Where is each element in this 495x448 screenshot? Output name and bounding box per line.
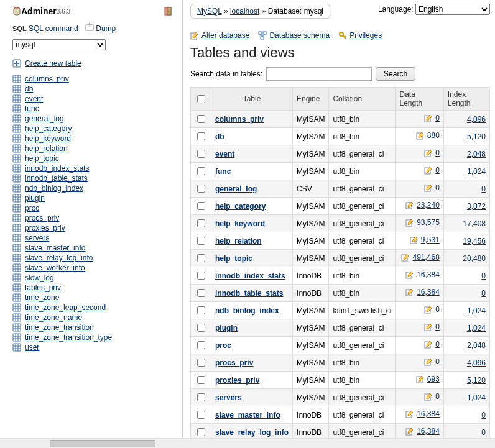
table-link[interactable]: procs_priv xyxy=(215,359,253,367)
row-checkbox[interactable] xyxy=(197,219,205,227)
alter-database-link[interactable]: Alter database xyxy=(190,31,249,40)
edit-icon[interactable] xyxy=(401,253,410,262)
index-length-link[interactable]: 1,024 xyxy=(467,324,486,332)
data-length-link[interactable]: 0 xyxy=(435,114,440,122)
table-link[interactable]: proc xyxy=(215,341,231,350)
index-length-link[interactable]: 1,024 xyxy=(467,306,486,315)
sidebar-table-link[interactable]: time_zone_transition xyxy=(25,322,94,332)
edit-icon[interactable] xyxy=(424,357,433,366)
sidebar-table-link[interactable]: time_zone_leap_second xyxy=(25,303,106,313)
row-checkbox[interactable] xyxy=(197,289,205,297)
row-checkbox[interactable] xyxy=(197,167,205,175)
data-length-link[interactable]: 0 xyxy=(435,322,440,331)
table-link[interactable]: general_log xyxy=(215,185,257,193)
data-length-link[interactable]: 0 xyxy=(435,357,440,366)
row-checkbox[interactable] xyxy=(197,202,205,210)
table-link[interactable]: ndb_binlog_index xyxy=(215,306,279,315)
dump-link[interactable]: Dump xyxy=(96,24,116,33)
table-link[interactable]: innodb_table_stats xyxy=(215,289,283,298)
row-checkbox[interactable] xyxy=(197,132,205,140)
data-length-link[interactable]: 0 xyxy=(435,340,440,349)
edit-icon[interactable] xyxy=(424,183,433,192)
index-length-link[interactable]: 2,048 xyxy=(467,150,486,158)
edit-icon[interactable] xyxy=(424,322,433,331)
sidebar-table-link[interactable]: user xyxy=(25,342,39,352)
index-length-link[interactable]: 0 xyxy=(481,185,486,193)
sidebar-table-link[interactable]: servers xyxy=(25,233,49,243)
sidebar-table-link[interactable]: event xyxy=(25,94,43,104)
db-select[interactable]: mysql xyxy=(12,39,106,50)
edit-icon[interactable] xyxy=(424,166,433,175)
data-length-link[interactable]: 0 xyxy=(435,166,440,175)
crumb-host[interactable]: localhost xyxy=(230,7,259,16)
table-link[interactable]: help_category xyxy=(215,202,266,211)
edit-icon[interactable] xyxy=(405,427,414,436)
sidebar-table-link[interactable]: time_zone xyxy=(25,293,59,303)
table-link[interactable]: servers xyxy=(215,393,242,402)
data-length-link[interactable]: 693 xyxy=(427,375,440,383)
index-length-link[interactable]: 1,024 xyxy=(467,393,486,402)
row-checkbox[interactable] xyxy=(197,272,205,280)
sidebar-table-link[interactable]: slave_worker_info xyxy=(25,263,85,273)
index-length-link[interactable]: 4,096 xyxy=(467,359,486,367)
edit-icon[interactable] xyxy=(424,340,433,349)
data-length-link[interactable]: 9,531 xyxy=(421,235,440,244)
crumb-server[interactable]: MySQL xyxy=(197,7,222,16)
sidebar-table-link[interactable]: plugin xyxy=(25,193,45,203)
edit-icon[interactable] xyxy=(424,305,433,314)
table-link[interactable]: event xyxy=(215,150,234,158)
data-length-link[interactable]: 16,384 xyxy=(417,288,440,296)
data-length-link[interactable]: 0 xyxy=(435,183,440,192)
row-checkbox[interactable] xyxy=(197,254,205,262)
data-length-link[interactable]: 0 xyxy=(435,149,440,157)
row-checkbox[interactable] xyxy=(197,411,205,419)
row-checkbox[interactable] xyxy=(197,237,205,245)
sidebar-table-link[interactable]: help_topic xyxy=(25,153,59,163)
table-link[interactable]: db xyxy=(215,132,224,141)
horizontal-scrollbar[interactable] xyxy=(0,438,495,448)
sidebar-table-link[interactable]: time_zone_name xyxy=(25,313,82,322)
sidebar-table-link[interactable]: slave_master_info xyxy=(25,243,85,253)
table-link[interactable]: slave_master_info xyxy=(215,411,280,419)
database-schema-link[interactable]: Database schema xyxy=(258,31,330,40)
edit-icon[interactable] xyxy=(405,201,414,209)
index-length-link[interactable]: 20,480 xyxy=(463,254,486,263)
edit-icon[interactable] xyxy=(405,288,414,296)
data-length-link[interactable]: 23,240 xyxy=(417,201,440,209)
sidebar-table-link[interactable]: time_zone_transition_type xyxy=(25,332,112,342)
data-length-link[interactable]: 0 xyxy=(435,392,440,401)
edit-icon[interactable] xyxy=(416,131,425,140)
row-checkbox[interactable] xyxy=(197,185,205,193)
sidebar-table-link[interactable]: help_category xyxy=(25,124,72,134)
table-link[interactable]: innodb_index_stats xyxy=(215,272,285,280)
create-table-link[interactable]: Create new table xyxy=(25,59,81,68)
index-length-link[interactable]: 0 xyxy=(481,411,486,419)
index-length-link[interactable]: 4,096 xyxy=(467,115,486,124)
language-select[interactable]: English xyxy=(415,4,490,15)
index-length-link[interactable]: 2,048 xyxy=(467,341,486,350)
sidebar-table-link[interactable]: ndb_binlog_index xyxy=(25,183,83,193)
search-button[interactable]: Search xyxy=(376,67,415,81)
index-length-link[interactable]: 19,456 xyxy=(463,237,486,245)
index-length-link[interactable]: 0 xyxy=(481,289,486,298)
index-length-link[interactable]: 3,072 xyxy=(467,202,486,211)
sidebar-table-link[interactable]: tables_priv xyxy=(25,283,61,293)
row-checkbox[interactable] xyxy=(197,359,205,367)
table-link[interactable]: plugin xyxy=(215,324,238,332)
index-length-link[interactable]: 0 xyxy=(481,272,486,280)
row-checkbox[interactable] xyxy=(197,150,205,158)
data-length-link[interactable]: 16,384 xyxy=(417,409,440,418)
table-link[interactable]: help_relation xyxy=(215,237,262,245)
sidebar-table-link[interactable]: general_log xyxy=(25,114,64,124)
sidebar-table-link[interactable]: procs_priv xyxy=(25,213,59,223)
logout-icon[interactable] xyxy=(164,7,172,16)
sidebar-table-link[interactable]: proxies_priv xyxy=(25,223,65,233)
sidebar-table-link[interactable]: innodb_index_stats xyxy=(25,163,89,173)
edit-icon[interactable] xyxy=(405,218,414,227)
check-all[interactable] xyxy=(197,95,205,103)
sidebar-table-link[interactable]: help_keyword xyxy=(25,134,71,144)
data-length-link[interactable]: 16,384 xyxy=(417,270,440,279)
data-length-link[interactable]: 93,575 xyxy=(417,218,440,227)
row-checkbox[interactable] xyxy=(197,306,205,314)
search-input[interactable] xyxy=(266,67,372,81)
